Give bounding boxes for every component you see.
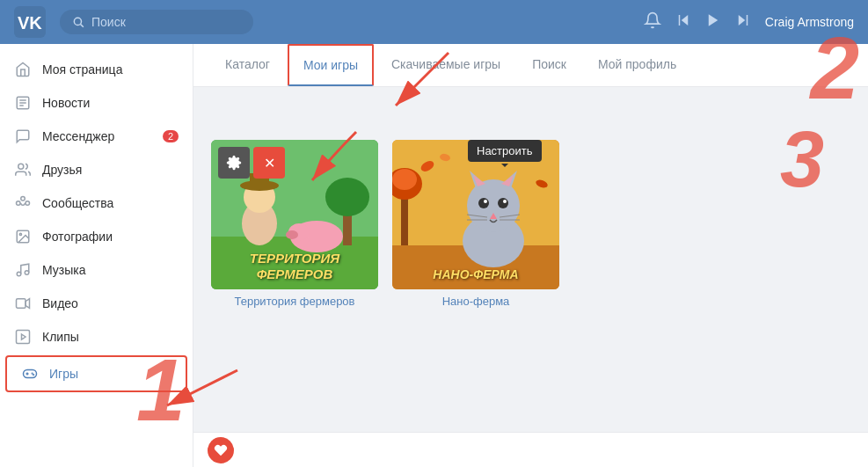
game2-title-overlay: Нано-Ферма [392,267,559,282]
video-icon [14,295,32,312]
svg-point-14 [21,197,26,201]
bottom-icon [208,437,234,463]
user-name[interactable]: Craig Armstrong [765,15,854,29]
games-area: Настроить [193,87,868,325]
news-icon [14,94,32,112]
svg-point-27 [33,375,34,376]
clips-icon [14,328,32,346]
svg-rect-41 [401,193,408,245]
svg-line-3 [81,25,84,27]
svg-rect-25 [24,370,37,378]
topnav: VK Craig [0,0,868,44]
home-icon [14,61,32,78]
sidebar-item-clips[interactable]: Клипы [0,320,193,354]
svg-marker-6 [709,14,718,26]
tab-my-games[interactable]: Мои игры [288,44,374,86]
search-box [60,10,253,34]
skip-back-icon[interactable] [675,12,691,33]
svg-text:VK: VK [18,13,42,33]
svg-point-38 [286,230,298,239]
svg-point-26 [32,373,33,374]
sidebar-item-music[interactable]: Музыка [0,253,193,287]
sidebar-label-friends: Друзья [42,163,82,177]
sidebar-label-my-page: Моя страница [42,62,122,77]
game1-title-overlay: ТЕРРИТОРИЯ ФЕРМЕРОВ [211,251,378,282]
skip-forward-icon[interactable] [735,12,751,33]
svg-point-43 [392,169,417,190]
svg-rect-5 [679,15,681,26]
sidebar-item-games[interactable]: Игры [5,355,187,392]
tooltip-configure: Настроить [468,140,542,162]
svg-point-13 [18,164,24,169]
svg-point-45 [467,179,520,232]
game-thumb-2: Нано-Ферма [392,140,559,289]
svg-point-20 [25,271,29,275]
svg-point-31 [325,178,369,216]
svg-point-2 [74,18,81,25]
game-card-2[interactable]: Нано-Ферма Нано-ферма [392,140,559,308]
svg-point-19 [17,272,21,276]
game1-settings-button[interactable] [218,147,250,179]
sidebar: Моя страница Новости Мессенджер 2 [0,44,193,467]
tabs-bar: Каталог Мои игры Скачиваемые игры Поиск … [193,44,868,87]
svg-point-15 [17,201,21,206]
messenger-icon [14,128,32,145]
tab-profile[interactable]: Мой профиль [584,45,690,85]
nav-icons: Craig Armstrong [644,11,854,33]
gamepad-icon [21,365,39,383]
svg-point-53 [503,200,507,203]
tab-downloadable[interactable]: Скачиваемые игры [377,45,514,85]
game-card-1[interactable]: ТЕРРИТОРИЯ ФЕРМЕРОВ ✕ [211,140,378,308]
game2-name: Нано-ферма [392,295,559,308]
search-icon [72,16,84,28]
play-icon[interactable] [705,12,721,33]
bottom-bar [193,432,868,467]
sidebar-item-photos[interactable]: Фотографии [0,220,193,253]
messenger-badge: 2 [163,130,179,142]
svg-point-16 [26,201,30,206]
tab-catalog[interactable]: Каталог [211,45,284,85]
svg-point-50 [478,198,489,208]
svg-marker-4 [682,15,689,26]
sidebar-item-communities[interactable]: Сообщества [0,186,193,220]
sidebar-label-messenger: Мессенджер [42,129,114,143]
photos-icon [14,228,32,245]
sidebar-item-my-page[interactable]: Моя страница [0,53,193,86]
bell-icon[interactable] [644,11,661,33]
svg-rect-23 [17,331,30,344]
svg-rect-8 [747,15,748,26]
game1-close-button[interactable]: ✕ [253,147,285,179]
svg-marker-7 [739,15,746,26]
tab-search[interactable]: Поиск [518,45,580,85]
svg-point-52 [484,200,487,203]
svg-point-51 [498,198,508,208]
music-icon [14,261,32,279]
sidebar-label-music: Музыка [42,263,86,277]
sidebar-label-games: Игры [49,367,78,381]
svg-point-18 [19,233,21,235]
sidebar-label-video: Видео [42,296,78,310]
vk-logo[interactable]: VK [14,6,46,38]
sidebar-item-friends[interactable]: Друзья [0,153,193,186]
friends-icon [14,161,32,179]
game-thumb-1: ТЕРРИТОРИЯ ФЕРМЕРОВ ✕ [211,140,378,289]
communities-icon [14,194,32,212]
sidebar-label-news: Новости [42,96,90,110]
layout: Моя страница Новости Мессенджер 2 [0,44,868,467]
sidebar-item-messenger[interactable]: Мессенджер 2 [0,120,193,153]
sidebar-label-clips: Клипы [42,330,79,344]
game-cards: ТЕРРИТОРИЯ ФЕРМЕРОВ ✕ [211,140,850,308]
sidebar-label-photos: Фотографии [42,230,113,244]
svg-marker-24 [22,334,26,339]
sidebar-item-news[interactable]: Новости [0,86,193,120]
sidebar-item-video[interactable]: Видео [0,287,193,320]
svg-rect-21 [17,299,26,309]
sidebar-label-communities: Сообщества [42,196,113,210]
search-input[interactable] [91,15,232,29]
game1-name: Территория фермеров [211,295,378,308]
game1-controls: ✕ [218,147,285,179]
main-content: Каталог Мои игры Скачиваемые игры Поиск … [193,44,868,467]
